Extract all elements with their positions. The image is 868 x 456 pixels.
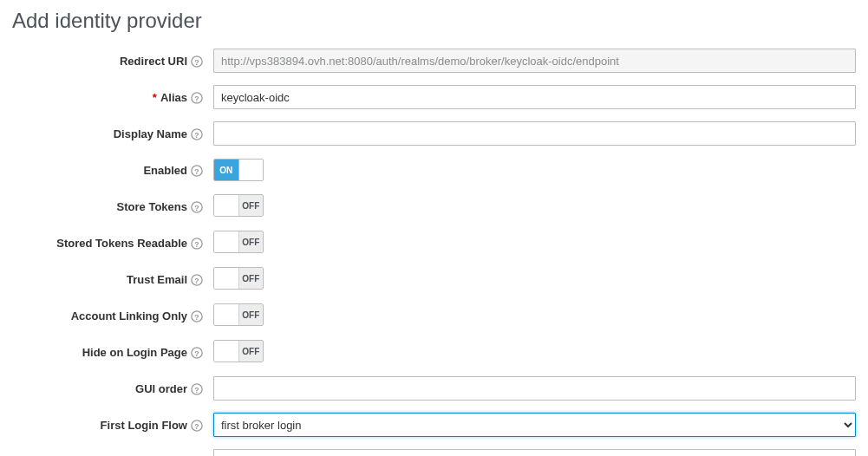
row-hide-on-login-page: Hide on Login Page ? OFF <box>12 340 856 364</box>
hide-on-login-page-toggle[interactable]: OFF <box>213 340 264 362</box>
account-linking-only-toggle[interactable]: OFF <box>213 303 264 326</box>
stored-tokens-readable-toggle[interactable]: OFF <box>213 231 264 253</box>
svg-text:?: ? <box>194 349 199 358</box>
toggle-handle <box>238 160 264 180</box>
help-icon[interactable]: ? <box>191 128 203 140</box>
svg-text:?: ? <box>194 386 199 394</box>
label-gui-order: GUI order <box>135 382 187 395</box>
row-first-login-flow: First Login Flow ? first broker login <box>12 413 856 437</box>
store-tokens-toggle[interactable]: OFF <box>213 194 264 217</box>
redirect-uri-input <box>213 49 856 73</box>
label-display-name: Display Name <box>114 127 187 140</box>
trust-email-toggle[interactable]: OFF <box>213 267 264 290</box>
label-first-login-flow: First Login Flow <box>101 419 187 432</box>
row-account-linking-only: Account Linking Only ? OFF <box>12 303 856 328</box>
label-stored-tokens-readable: Stored Tokens Readable <box>56 237 187 250</box>
page-title: Add identity provider <box>12 9 856 33</box>
help-icon[interactable]: ? <box>191 274 203 286</box>
row-post-login-flow: Post Login Flow ? <box>12 449 856 456</box>
row-redirect-uri: Redirect URI ? <box>12 49 856 73</box>
row-trust-email: Trust Email ? OFF <box>12 267 856 291</box>
row-alias: * Alias ? <box>12 85 856 109</box>
toggle-handle <box>214 195 238 216</box>
row-stored-tokens-readable: Stored Tokens Readable ? OFF <box>12 231 856 255</box>
first-login-flow-select[interactable]: first broker login <box>213 413 856 437</box>
toggle-off-label: OFF <box>238 341 264 362</box>
toggle-handle <box>214 304 238 325</box>
svg-text:?: ? <box>194 58 199 67</box>
svg-text:?: ? <box>194 131 199 140</box>
svg-text:?: ? <box>194 422 199 431</box>
display-name-input[interactable] <box>213 121 856 146</box>
toggle-handle <box>214 268 238 289</box>
post-login-flow-select[interactable] <box>213 449 856 456</box>
svg-text:?: ? <box>194 94 199 103</box>
row-store-tokens: Store Tokens ? OFF <box>12 194 856 218</box>
label-store-tokens: Store Tokens <box>117 200 187 213</box>
toggle-off-label: OFF <box>238 195 264 216</box>
label-hide-on-login-page: Hide on Login Page <box>82 346 187 359</box>
toggle-off-label: OFF <box>238 268 264 289</box>
svg-text:?: ? <box>194 167 199 176</box>
row-gui-order: GUI order ? <box>12 376 856 401</box>
enabled-toggle[interactable]: ON <box>213 159 264 181</box>
svg-text:?: ? <box>194 277 199 285</box>
help-icon[interactable]: ? <box>191 310 203 322</box>
toggle-on-label: ON <box>214 160 238 180</box>
gui-order-input[interactable] <box>213 376 856 401</box>
required-mark: * <box>153 91 157 104</box>
toggle-handle <box>214 231 238 252</box>
label-alias: Alias <box>160 91 187 104</box>
label-trust-email: Trust Email <box>127 273 187 286</box>
help-icon[interactable]: ? <box>191 383 203 395</box>
help-icon[interactable]: ? <box>191 347 203 359</box>
toggle-off-label: OFF <box>238 231 264 252</box>
label-enabled: Enabled <box>143 164 187 177</box>
help-icon[interactable]: ? <box>191 201 203 213</box>
help-icon[interactable]: ? <box>191 165 203 177</box>
label-account-linking-only: Account Linking Only <box>71 309 187 322</box>
toggle-handle <box>214 341 238 362</box>
row-enabled: Enabled ? ON <box>12 158 856 182</box>
help-icon[interactable]: ? <box>191 92 203 104</box>
svg-text:?: ? <box>194 240 199 249</box>
toggle-off-label: OFF <box>238 304 264 325</box>
row-display-name: Display Name ? <box>12 121 856 146</box>
label-redirect-uri: Redirect URI <box>120 55 187 68</box>
alias-input[interactable] <box>213 85 856 109</box>
help-icon[interactable]: ? <box>191 55 203 68</box>
help-icon[interactable]: ? <box>191 238 203 250</box>
svg-text:?: ? <box>194 204 199 212</box>
svg-text:?: ? <box>194 313 199 322</box>
help-icon[interactable]: ? <box>191 420 203 432</box>
